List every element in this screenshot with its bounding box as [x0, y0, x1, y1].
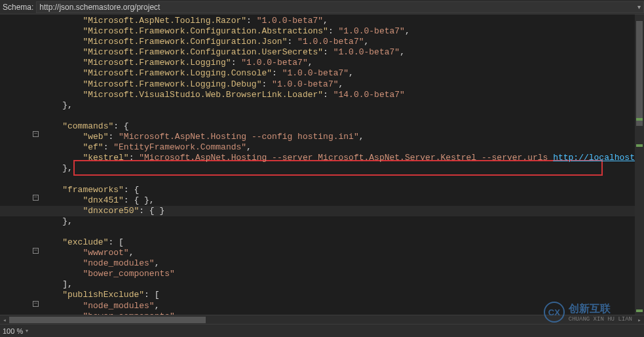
scroll-left-icon[interactable]: ◂: [0, 315, 9, 325]
zoom-level[interactable]: 100 %: [3, 327, 23, 335]
outline-gutter: − − − −: [0, 14, 34, 324]
scrollbar-thumb[interactable]: [9, 317, 206, 323]
schema-dropdown[interactable]: http://json.schemastore.org/project ▾: [36, 1, 644, 13]
status-bar: 100 % ▾: [0, 324, 644, 337]
change-marker: [636, 144, 643, 147]
vertical-scrollbar[interactable]: [635, 14, 644, 315]
schema-value: http://json.schemastore.org/project: [39, 3, 160, 12]
scroll-right-icon[interactable]: ▸: [635, 315, 644, 325]
chevron-down-icon: ▾: [637, 3, 641, 10]
chevron-down-icon[interactable]: ▾: [26, 328, 28, 334]
code-content[interactable]: "Microsoft.AspNet.Tooling.Razor": "1.0.0…: [34, 14, 644, 324]
code-editor[interactable]: − − − − "Microsoft.AspNet.Tooling.Razor"…: [0, 14, 644, 324]
schema-label: Schema:: [3, 3, 33, 12]
watermark: CX 创新互联 CHUANG XIN HU LIAN: [544, 302, 632, 323]
change-marker: [636, 309, 643, 312]
schema-bar: Schema: http://json.schemastore.org/proj…: [0, 0, 644, 14]
watermark-logo: CX: [544, 302, 565, 323]
watermark-text: 创新互联: [569, 303, 611, 314]
change-marker: [636, 118, 643, 121]
scrollbar-thumb[interactable]: [636, 21, 643, 126]
watermark-subtext: CHUANG XIN HU LIAN: [569, 316, 632, 323]
